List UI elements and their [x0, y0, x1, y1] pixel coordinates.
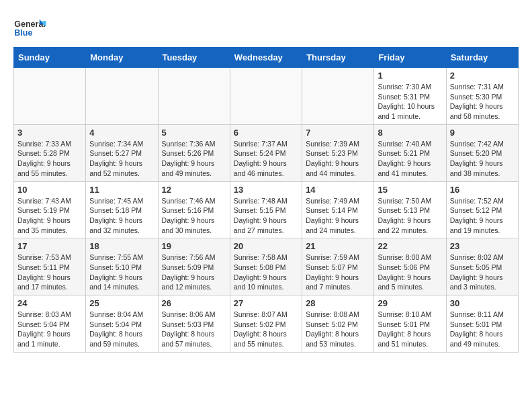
day-info: Sunrise: 7:52 AMSunset: 5:12 PMDaylight:… — [450, 196, 515, 236]
calendar-cell: 30Sunrise: 8:11 AMSunset: 5:01 PMDayligh… — [446, 295, 518, 353]
day-number: 17 — [17, 241, 82, 251]
day-number: 19 — [162, 241, 226, 251]
day-number: 2 — [450, 71, 515, 81]
calendar-cell: 3Sunrise: 7:33 AMSunset: 5:28 PMDaylight… — [14, 124, 86, 181]
day-info: Sunrise: 7:43 AMSunset: 5:19 PMDaylight:… — [17, 196, 82, 236]
calendar-table: SundayMondayTuesdayWednesdayThursdayFrid… — [13, 47, 519, 353]
day-info: Sunrise: 7:37 AMSunset: 5:24 PMDaylight:… — [234, 139, 298, 179]
day-number: 13 — [234, 185, 298, 195]
day-info: Sunrise: 7:53 AMSunset: 5:11 PMDaylight:… — [17, 253, 82, 292]
logo: General Blue — [13, 13, 47, 40]
day-number: 28 — [306, 298, 370, 308]
calendar-cell: 28Sunrise: 8:08 AMSunset: 5:02 PMDayligh… — [302, 295, 374, 353]
day-number: 29 — [378, 298, 442, 308]
week-row-3: 10Sunrise: 7:43 AMSunset: 5:19 PMDayligh… — [14, 181, 519, 238]
calendar-cell: 1Sunrise: 7:30 AMSunset: 5:31 PMDaylight… — [374, 68, 446, 125]
day-number: 16 — [450, 185, 515, 195]
header: General Blue — [13, 13, 519, 40]
calendar-cell: 17Sunrise: 7:53 AMSunset: 5:11 PMDayligh… — [14, 238, 86, 295]
calendar-cell: 8Sunrise: 7:40 AMSunset: 5:21 PMDaylight… — [374, 124, 446, 181]
day-number: 8 — [378, 128, 442, 138]
weekday-header-tuesday: Tuesday — [158, 48, 230, 68]
calendar-cell — [14, 68, 86, 125]
page: General Blue SundayMondayTuesdayWednesda… — [0, 0, 532, 359]
day-number: 14 — [306, 185, 370, 195]
day-info: Sunrise: 8:11 AMSunset: 5:01 PMDaylight:… — [450, 310, 515, 349]
calendar-cell: 12Sunrise: 7:46 AMSunset: 5:16 PMDayligh… — [158, 181, 230, 238]
day-number: 11 — [89, 185, 154, 195]
calendar-cell — [230, 68, 302, 125]
day-number: 20 — [234, 241, 298, 251]
day-info: Sunrise: 7:39 AMSunset: 5:23 PMDaylight:… — [306, 139, 370, 179]
day-info: Sunrise: 7:56 AMSunset: 5:09 PMDaylight:… — [162, 253, 226, 292]
weekday-header-monday: Monday — [86, 48, 158, 68]
day-info: Sunrise: 7:31 AMSunset: 5:30 PMDaylight:… — [450, 82, 515, 122]
day-number: 18 — [89, 241, 154, 251]
calendar-cell: 23Sunrise: 8:02 AMSunset: 5:05 PMDayligh… — [446, 238, 518, 295]
calendar-cell: 18Sunrise: 7:55 AMSunset: 5:10 PMDayligh… — [86, 238, 158, 295]
day-number: 4 — [89, 128, 154, 138]
weekday-header-row: SundayMondayTuesdayWednesdayThursdayFrid… — [14, 48, 519, 68]
day-number: 6 — [234, 128, 298, 138]
calendar-cell: 16Sunrise: 7:52 AMSunset: 5:12 PMDayligh… — [446, 181, 518, 238]
day-info: Sunrise: 7:46 AMSunset: 5:16 PMDaylight:… — [162, 196, 226, 236]
calendar-cell: 6Sunrise: 7:37 AMSunset: 5:24 PMDaylight… — [230, 124, 302, 181]
day-number: 26 — [162, 298, 226, 308]
day-info: Sunrise: 8:04 AMSunset: 5:04 PMDaylight:… — [89, 310, 154, 349]
calendar-cell: 7Sunrise: 7:39 AMSunset: 5:23 PMDaylight… — [302, 124, 374, 181]
day-number: 24 — [17, 298, 82, 308]
calendar-cell: 13Sunrise: 7:48 AMSunset: 5:15 PMDayligh… — [230, 181, 302, 238]
day-number: 9 — [450, 128, 515, 138]
day-info: Sunrise: 8:03 AMSunset: 5:04 PMDaylight:… — [17, 310, 82, 349]
calendar-cell: 15Sunrise: 7:50 AMSunset: 5:13 PMDayligh… — [374, 181, 446, 238]
week-row-2: 3Sunrise: 7:33 AMSunset: 5:28 PMDaylight… — [14, 124, 519, 181]
day-info: Sunrise: 8:00 AMSunset: 5:06 PMDaylight:… — [378, 253, 442, 292]
day-info: Sunrise: 8:08 AMSunset: 5:02 PMDaylight:… — [306, 310, 370, 349]
calendar-cell — [158, 68, 230, 125]
calendar-cell: 26Sunrise: 8:06 AMSunset: 5:03 PMDayligh… — [158, 295, 230, 353]
calendar-cell: 11Sunrise: 7:45 AMSunset: 5:18 PMDayligh… — [86, 181, 158, 238]
day-info: Sunrise: 7:58 AMSunset: 5:08 PMDaylight:… — [234, 253, 298, 292]
day-info: Sunrise: 7:48 AMSunset: 5:15 PMDaylight:… — [234, 196, 298, 236]
day-info: Sunrise: 7:34 AMSunset: 5:27 PMDaylight:… — [89, 139, 154, 179]
day-number: 7 — [306, 128, 370, 138]
day-info: Sunrise: 7:40 AMSunset: 5:21 PMDaylight:… — [378, 139, 442, 179]
day-number: 21 — [306, 241, 370, 251]
day-info: Sunrise: 7:55 AMSunset: 5:10 PMDaylight:… — [89, 253, 154, 292]
weekday-header-wednesday: Wednesday — [230, 48, 302, 68]
day-info: Sunrise: 7:42 AMSunset: 5:20 PMDaylight:… — [450, 139, 515, 179]
calendar-cell: 25Sunrise: 8:04 AMSunset: 5:04 PMDayligh… — [86, 295, 158, 353]
calendar-cell: 9Sunrise: 7:42 AMSunset: 5:20 PMDaylight… — [446, 124, 518, 181]
calendar-cell: 20Sunrise: 7:58 AMSunset: 5:08 PMDayligh… — [230, 238, 302, 295]
day-info: Sunrise: 7:33 AMSunset: 5:28 PMDaylight:… — [17, 139, 82, 179]
calendar-cell: 22Sunrise: 8:00 AMSunset: 5:06 PMDayligh… — [374, 238, 446, 295]
weekday-header-sunday: Sunday — [14, 48, 86, 68]
week-row-4: 17Sunrise: 7:53 AMSunset: 5:11 PMDayligh… — [14, 238, 519, 295]
calendar-cell: 24Sunrise: 8:03 AMSunset: 5:04 PMDayligh… — [14, 295, 86, 353]
day-number: 3 — [17, 128, 82, 138]
calendar-cell: 14Sunrise: 7:49 AMSunset: 5:14 PMDayligh… — [302, 181, 374, 238]
day-info: Sunrise: 7:36 AMSunset: 5:26 PMDaylight:… — [162, 139, 226, 179]
day-number: 15 — [378, 185, 442, 195]
calendar-cell: 2Sunrise: 7:31 AMSunset: 5:30 PMDaylight… — [446, 68, 518, 125]
calendar-cell: 10Sunrise: 7:43 AMSunset: 5:19 PMDayligh… — [14, 181, 86, 238]
day-number: 10 — [17, 185, 82, 195]
logo-svg: General Blue — [13, 13, 47, 40]
calendar-cell: 5Sunrise: 7:36 AMSunset: 5:26 PMDaylight… — [158, 124, 230, 181]
day-number: 12 — [162, 185, 226, 195]
day-info: Sunrise: 7:49 AMSunset: 5:14 PMDaylight:… — [306, 196, 370, 236]
day-number: 1 — [378, 71, 442, 81]
day-number: 5 — [162, 128, 226, 138]
calendar-cell — [302, 68, 374, 125]
day-info: Sunrise: 8:10 AMSunset: 5:01 PMDaylight:… — [378, 310, 442, 349]
day-info: Sunrise: 8:07 AMSunset: 5:02 PMDaylight:… — [234, 310, 298, 349]
week-row-1: 1Sunrise: 7:30 AMSunset: 5:31 PMDaylight… — [14, 68, 519, 125]
calendar-cell — [86, 68, 158, 125]
day-number: 25 — [89, 298, 154, 308]
weekday-header-friday: Friday — [374, 48, 446, 68]
day-number: 23 — [450, 241, 515, 251]
weekday-header-thursday: Thursday — [302, 48, 374, 68]
calendar-cell: 29Sunrise: 8:10 AMSunset: 5:01 PMDayligh… — [374, 295, 446, 353]
weekday-header-saturday: Saturday — [446, 48, 518, 68]
svg-text:Blue: Blue — [14, 28, 32, 38]
